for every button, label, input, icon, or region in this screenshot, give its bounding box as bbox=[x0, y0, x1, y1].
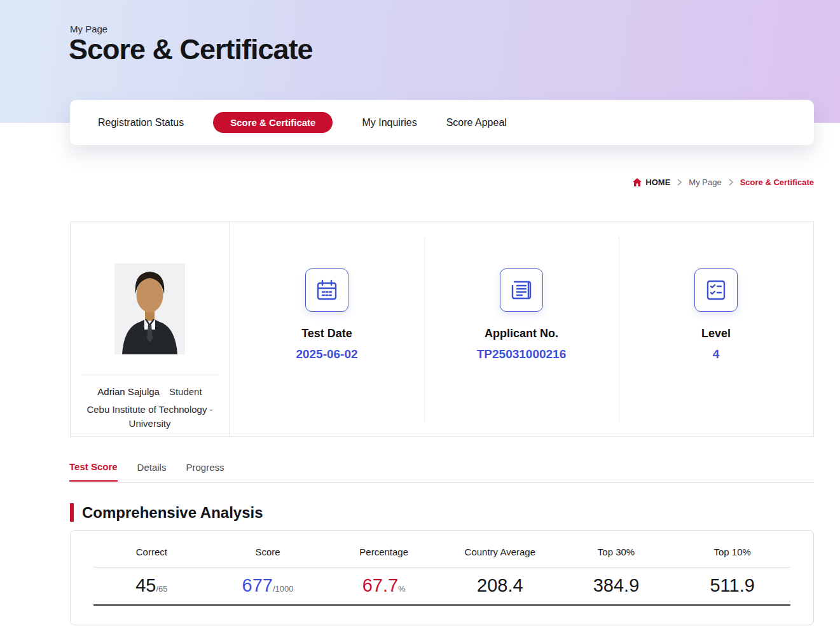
page-title: Score & Certificate bbox=[69, 33, 313, 66]
info-tiles: Test Date 2025-06-02 Applicant No. TP250… bbox=[230, 222, 813, 436]
applicant-no-value: TP25031000216 bbox=[477, 347, 567, 361]
table-bottom-divider bbox=[93, 604, 790, 606]
breadcrumb-my-page[interactable]: My Page bbox=[689, 177, 721, 187]
country-average-number: 208.4 bbox=[477, 575, 523, 595]
header-score: Score bbox=[210, 546, 326, 557]
level-label: Level bbox=[701, 327, 731, 340]
test-date-tile: Test Date 2025-06-02 bbox=[230, 222, 424, 436]
percentage-number: 67.7 bbox=[362, 575, 398, 595]
analysis-section-title: Comprehensive Analysis bbox=[82, 504, 263, 522]
chevron-right-icon bbox=[677, 179, 682, 186]
chevron-right-icon bbox=[729, 179, 733, 186]
profile-role: Student bbox=[169, 386, 202, 397]
subtabs-divider bbox=[70, 482, 814, 483]
result-subtabs: Test Score Details Progress bbox=[69, 461, 224, 482]
level-tile: Level 4 bbox=[619, 222, 813, 436]
checklist-icon bbox=[694, 268, 738, 312]
header-percentage: Percentage bbox=[326, 546, 442, 557]
tab-score-appeal[interactable]: Score Appeal bbox=[446, 117, 507, 129]
correct-value: 45/65 bbox=[93, 575, 210, 596]
top-30-value: 384.9 bbox=[558, 575, 675, 596]
top-10-value: 511.9 bbox=[674, 575, 790, 596]
test-date-label: Test Date bbox=[301, 327, 352, 340]
home-icon bbox=[633, 178, 642, 186]
breadcrumb-home[interactable]: HOME bbox=[633, 177, 670, 187]
top-10-number: 511.9 bbox=[710, 575, 754, 595]
document-icon bbox=[500, 268, 543, 312]
country-average-value: 208.4 bbox=[442, 575, 558, 596]
applicant-no-tile: Applicant No. TP25031000216 bbox=[424, 222, 619, 436]
breadcrumb: HOME My Page Score & Certificate bbox=[633, 177, 814, 187]
breadcrumb-current: Score & Certificate bbox=[740, 177, 814, 187]
score-number: 677 bbox=[242, 575, 273, 595]
header-correct: Correct bbox=[93, 546, 210, 557]
subtab-details[interactable]: Details bbox=[137, 461, 167, 482]
score-summary-table: Correct Score Percentage Country Average… bbox=[70, 530, 814, 625]
score-table-header-row: Correct Score Percentage Country Average… bbox=[93, 531, 790, 567]
score-total: /1000 bbox=[273, 584, 294, 594]
header-top-30: Top 30% bbox=[558, 546, 675, 557]
subtab-test-score[interactable]: Test Score bbox=[69, 461, 118, 482]
header-country-average: Country Average bbox=[442, 546, 558, 557]
test-date-value: 2025-06-02 bbox=[296, 347, 357, 361]
applicant-info-card: Adrian Sajulga Student Cebu Institute of… bbox=[70, 221, 814, 437]
correct-total: /65 bbox=[156, 584, 167, 594]
analysis-section-header: Comprehensive Analysis bbox=[70, 503, 263, 522]
section-accent-bar bbox=[70, 503, 74, 522]
tab-registration-status[interactable]: Registration Status bbox=[98, 117, 184, 129]
profile-divider bbox=[81, 375, 219, 375]
header-top-10: Top 10% bbox=[674, 546, 790, 557]
profile-name-row: Adrian Sajulga Student bbox=[97, 386, 202, 397]
tab-my-inquiries[interactable]: My Inquiries bbox=[362, 117, 417, 129]
profile-panel: Adrian Sajulga Student Cebu Institute of… bbox=[71, 222, 230, 436]
correct-number: 45 bbox=[135, 575, 156, 595]
profile-photo bbox=[114, 263, 185, 354]
breadcrumb-home-label: HOME bbox=[645, 177, 670, 187]
percentage-value: 67.7% bbox=[326, 575, 442, 596]
profile-school: Cebu Institute of Technology - Universit… bbox=[83, 403, 217, 431]
tab-score-certificate[interactable]: Score & Certificate bbox=[213, 112, 333, 133]
subtab-progress[interactable]: Progress bbox=[186, 461, 224, 482]
score-table-value-row: 45/65 677/1000 67.7% 208.4 384.9 511.9 bbox=[93, 567, 790, 604]
applicant-no-label: Applicant No. bbox=[485, 327, 558, 340]
level-value: 4 bbox=[713, 347, 720, 361]
calendar-icon bbox=[305, 268, 348, 312]
page-tabbar: Registration Status Score & Certificate … bbox=[70, 100, 814, 145]
top-30-number: 384.9 bbox=[593, 575, 640, 595]
profile-name: Adrian Sajulga bbox=[97, 386, 160, 397]
score-value: 677/1000 bbox=[210, 575, 326, 596]
percentage-unit: % bbox=[398, 584, 406, 594]
